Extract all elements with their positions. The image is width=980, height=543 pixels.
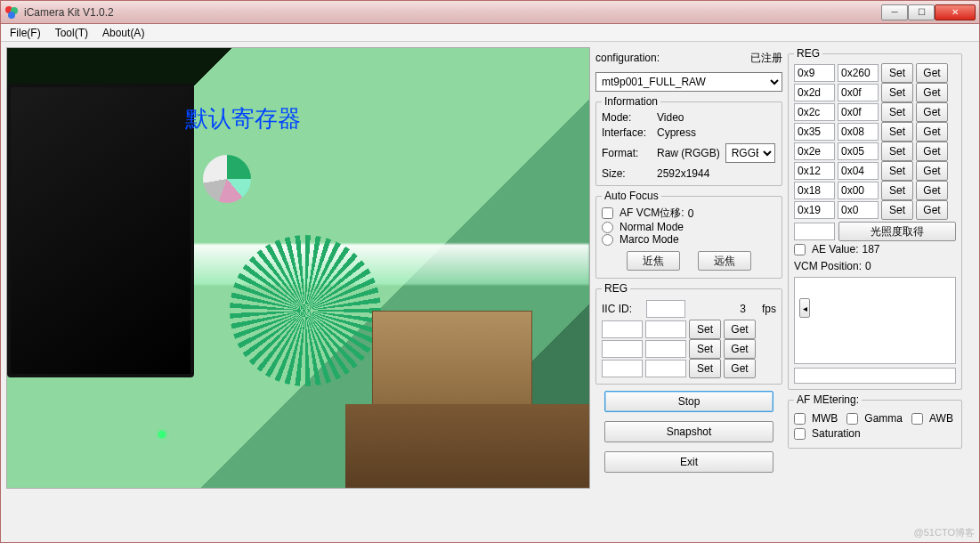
get-button[interactable]: Get	[916, 200, 948, 220]
scene-monitor	[7, 84, 194, 377]
set-button[interactable]: Set	[881, 122, 913, 142]
awb-checkbox[interactable]	[911, 413, 923, 425]
reg-val-input[interactable]	[838, 84, 879, 101]
reg-log-textarea[interactable]	[794, 277, 956, 364]
reg-addr-input[interactable]	[602, 340, 643, 358]
stop-button[interactable]: Stop	[604, 391, 773, 412]
get-button[interactable]: Get	[916, 122, 948, 142]
gamma-label: Gamma	[864, 412, 903, 425]
reg-left-row-0: Set Get	[602, 320, 776, 339]
reg-addr-input[interactable]	[794, 142, 835, 160]
metering-row-1: MWB Gamma AWB	[794, 412, 956, 425]
fps-label: fps	[749, 303, 776, 315]
minimize-button[interactable]: ─	[881, 4, 908, 20]
reg-addr-input[interactable]	[794, 103, 835, 121]
format-select[interactable]: RGGB	[725, 143, 775, 163]
scene-box	[372, 311, 532, 409]
reg-right-group: REG SetGetSetGetSetGetSetGetSetGetSetGet…	[788, 47, 962, 390]
set-button[interactable]: Set	[881, 142, 913, 161]
ae-value: 187	[862, 243, 879, 255]
format-label: Format:	[602, 147, 657, 159]
reg-addr-input[interactable]	[794, 201, 835, 219]
close-button[interactable]: ✕	[935, 4, 976, 20]
reg-addr-input[interactable]	[794, 123, 835, 141]
reg-val-input[interactable]	[838, 64, 879, 82]
saturation-checkbox[interactable]	[794, 428, 806, 440]
reg-rows: SetGetSetGetSetGetSetGetSetGetSetGetSetG…	[794, 63, 956, 220]
reg-val-input[interactable]	[838, 103, 879, 121]
maximize-button[interactable]: ☐	[908, 4, 935, 20]
information-legend: Information	[602, 95, 660, 108]
set-button[interactable]: Set	[689, 339, 721, 359]
iic-row: IIC ID: 3 fps	[602, 300, 776, 318]
config-header: configuration: 已注册	[595, 49, 782, 67]
get-button[interactable]: Get	[916, 102, 948, 122]
macro-mode-radio[interactable]	[602, 234, 613, 246]
reg-addr-input[interactable]	[794, 64, 835, 82]
reg-right-row: SetGet	[794, 142, 956, 161]
get-button[interactable]: Get	[916, 181, 948, 200]
set-button[interactable]: Set	[881, 83, 913, 102]
exit-button[interactable]: Exit	[604, 451, 773, 473]
near-focus-button[interactable]: 近焦	[627, 251, 680, 271]
snapshot-button[interactable]: Snapshot	[604, 421, 773, 442]
reg-val-input[interactable]	[838, 201, 879, 219]
lux-input[interactable]	[794, 223, 835, 240]
reg-val-input[interactable]	[838, 182, 879, 199]
reg-addr-input[interactable]	[794, 162, 835, 180]
get-button[interactable]: Get	[916, 161, 948, 181]
autofocus-legend: Auto Focus	[602, 190, 661, 202]
menu-file[interactable]: File(F)	[4, 25, 46, 41]
reg-addr-input[interactable]	[602, 320, 643, 338]
menu-about[interactable]: About(A)	[97, 25, 150, 41]
reg-left-group: REG IIC ID: 3 fps Set Get Set	[595, 282, 782, 385]
collapse-arrow-icon[interactable]: ◂	[799, 298, 810, 318]
far-focus-button[interactable]: 远焦	[698, 251, 751, 271]
get-button[interactable]: Get	[724, 339, 756, 359]
reg-status-textarea[interactable]	[794, 368, 956, 384]
reg-val-input[interactable]	[838, 162, 879, 180]
reg-val-input[interactable]	[645, 360, 686, 377]
reg-addr-input[interactable]	[602, 360, 643, 377]
reg-right-row: SetGet	[794, 83, 956, 102]
reg-right-row: SetGet	[794, 102, 956, 122]
set-button[interactable]: Set	[881, 200, 913, 220]
set-button[interactable]: Set	[689, 320, 721, 339]
reg-right-row: SetGet	[794, 200, 956, 220]
menu-tool[interactable]: Tool(T)	[50, 25, 93, 41]
iic-id-input[interactable]	[646, 300, 685, 318]
get-button[interactable]: Get	[916, 142, 948, 161]
reg-val-input[interactable]	[645, 320, 686, 338]
af-label: AF VCM位移:	[620, 206, 684, 221]
reg-val-input[interactable]	[838, 142, 879, 160]
reg-right-row: SetGet	[794, 181, 956, 200]
set-button[interactable]: Set	[881, 102, 913, 122]
middle-panel: configuration: 已注册 mt9p001_FULL_RAW Info…	[595, 47, 782, 537]
set-button[interactable]: Set	[689, 359, 721, 378]
get-button[interactable]: Get	[916, 63, 948, 83]
titlebar[interactable]: iCamera Kit V1.0.2 ─ ☐ ✕	[1, 1, 979, 24]
reg-val-input[interactable]	[838, 123, 879, 141]
macro-mode-label: Marco Mode	[620, 233, 679, 246]
ae-checkbox[interactable]	[794, 244, 806, 255]
mwb-checkbox[interactable]	[794, 413, 806, 425]
get-button[interactable]: Get	[724, 320, 756, 339]
get-button[interactable]: Get	[916, 83, 948, 102]
set-button[interactable]: Set	[881, 161, 913, 181]
interface-value: Cypress	[657, 126, 776, 139]
lux-button[interactable]: 光照度取得	[838, 222, 956, 241]
reg-addr-input[interactable]	[794, 182, 835, 199]
af-checkbox[interactable]	[602, 207, 613, 219]
vcm-value: 0	[865, 260, 871, 272]
set-button[interactable]: Set	[881, 63, 913, 83]
reg-addr-input[interactable]	[794, 84, 835, 101]
get-button[interactable]: Get	[724, 359, 756, 378]
set-button[interactable]: Set	[881, 181, 913, 200]
reg-val-input[interactable]	[645, 340, 686, 358]
reg-right-row: SetGet	[794, 161, 956, 181]
gamma-checkbox[interactable]	[846, 413, 858, 425]
config-select[interactable]: mt9p001_FULL_RAW	[595, 72, 782, 92]
info-grid: Mode: Video Interface: Cypress Format: R…	[602, 111, 776, 180]
normal-mode-radio[interactable]	[602, 222, 613, 233]
reg-left-row-1: Set Get	[602, 339, 776, 359]
